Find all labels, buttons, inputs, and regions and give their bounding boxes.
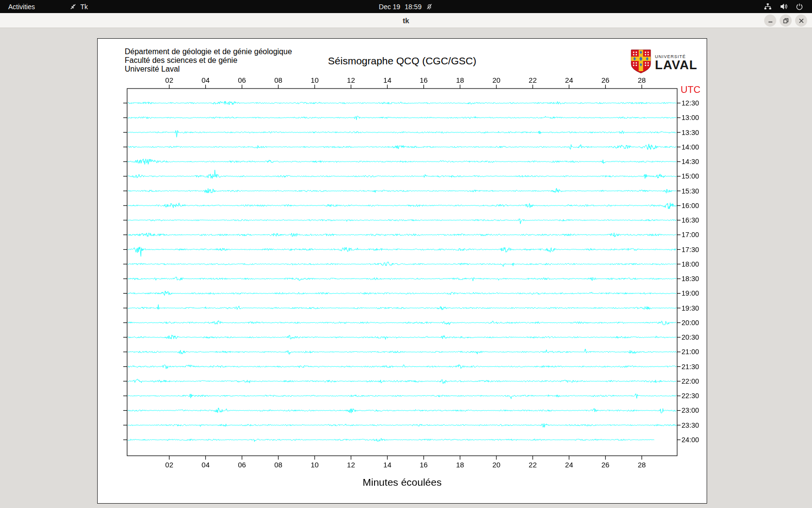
utc-time-label: 23:30: [682, 421, 699, 429]
volume-icon: [780, 2, 788, 11]
window-title: tk: [0, 13, 812, 28]
utc-time-label: 14:00: [682, 143, 699, 151]
tk-app-icon: [70, 3, 77, 10]
restore-button[interactable]: [780, 15, 792, 27]
utc-time-label: 12:30: [682, 99, 699, 107]
system-status-area[interactable]: [755, 0, 812, 13]
utc-time-label: 14:30: [682, 158, 699, 165]
window-titlebar[interactable]: tk: [0, 13, 812, 28]
clock-date: Dec 19: [379, 3, 400, 11]
utc-time-label: 22:00: [682, 377, 699, 385]
x-tick-label-top: 04: [202, 76, 210, 84]
x-tick-label-bottom: 12: [347, 461, 355, 469]
notifications-off-icon: [426, 3, 433, 10]
utc-time-label: 13:00: [682, 114, 699, 121]
plot-border: [127, 89, 677, 456]
x-tick-label-bottom: 10: [311, 461, 319, 469]
utc-time-label: 17:30: [682, 246, 699, 254]
x-tick-label-top: 12: [347, 76, 355, 84]
network-wired-icon: [764, 2, 772, 11]
x-tick-label-top: 24: [565, 76, 573, 84]
utc-time-label: 16:30: [682, 216, 699, 224]
tk-window-content: Département de géologie et de génie géol…: [0, 28, 812, 508]
utc-time-label: 20:30: [682, 333, 699, 341]
x-tick-label-bottom: 22: [529, 461, 537, 469]
utc-time-label: 19:00: [682, 289, 699, 297]
x-tick-label-top: 14: [383, 76, 392, 84]
x-tick-label-bottom: 24: [565, 461, 573, 469]
app-indicator-label: Tk: [80, 3, 88, 11]
minimize-button[interactable]: [764, 15, 776, 27]
x-tick-label-top: 08: [274, 76, 282, 84]
utc-time-label: 21:00: [682, 348, 699, 356]
power-icon: [796, 3, 803, 11]
x-tick-label-bottom: 28: [638, 461, 646, 469]
x-tick-label-top: 10: [311, 76, 319, 84]
utc-time-label: 17:00: [682, 231, 699, 239]
utc-time-label: 18:00: [682, 260, 699, 268]
x-tick-label-top: 28: [638, 76, 646, 84]
utc-time-label: 22:30: [682, 392, 699, 400]
app-indicator-tk[interactable]: Tk: [70, 3, 88, 11]
utc-time-label: 24:00: [682, 436, 699, 444]
utc-time-label: 18:30: [682, 275, 699, 283]
x-tick-label-bottom: 20: [493, 461, 501, 469]
utc-time-label: 20:00: [682, 319, 699, 327]
utc-time-label: 21:30: [682, 363, 699, 371]
seismogram-page: Département de géologie et de génie géol…: [97, 38, 707, 504]
utc-time-label: 23:00: [682, 406, 699, 414]
x-tick-label-top: 26: [601, 76, 609, 84]
x-tick-label-top: 18: [456, 76, 464, 84]
x-tick-label-bottom: 04: [202, 461, 210, 469]
clock-menu[interactable]: Dec 19 18:59: [379, 0, 433, 13]
utc-time-label: 15:30: [682, 187, 699, 195]
utc-time-label: 16:00: [682, 202, 699, 209]
utc-axis-label: UTC: [681, 84, 700, 95]
x-tick-label-top: 20: [493, 76, 501, 84]
x-tick-label-top: 06: [238, 76, 246, 84]
x-tick-label-top: 02: [165, 76, 174, 84]
gnome-top-bar: Activities Tk Dec 19 18:59: [0, 0, 812, 13]
clock-time: 18:59: [405, 3, 421, 11]
x-tick-label-bottom: 06: [238, 461, 246, 469]
x-tick-label-top: 16: [420, 76, 428, 84]
utc-time-label: 15:00: [682, 172, 699, 180]
close-button[interactable]: [795, 15, 807, 27]
x-tick-label-bottom: 16: [420, 461, 428, 469]
utc-time-label: 19:30: [682, 304, 699, 312]
utc-time-label: 13:30: [682, 129, 699, 136]
x-tick-label-bottom: 26: [601, 461, 609, 469]
x-tick-label-bottom: 08: [274, 461, 282, 469]
x-tick-label-bottom: 02: [165, 461, 174, 469]
x-axis-title: Minutes écoulées: [362, 477, 441, 488]
x-tick-label-bottom: 18: [456, 461, 464, 469]
x-tick-label-bottom: 14: [383, 461, 392, 469]
activities-button[interactable]: Activities: [0, 0, 43, 13]
seismogram-axes: 0202040406060808101012121414161618182020…: [98, 39, 708, 504]
x-tick-label-top: 22: [529, 76, 537, 84]
